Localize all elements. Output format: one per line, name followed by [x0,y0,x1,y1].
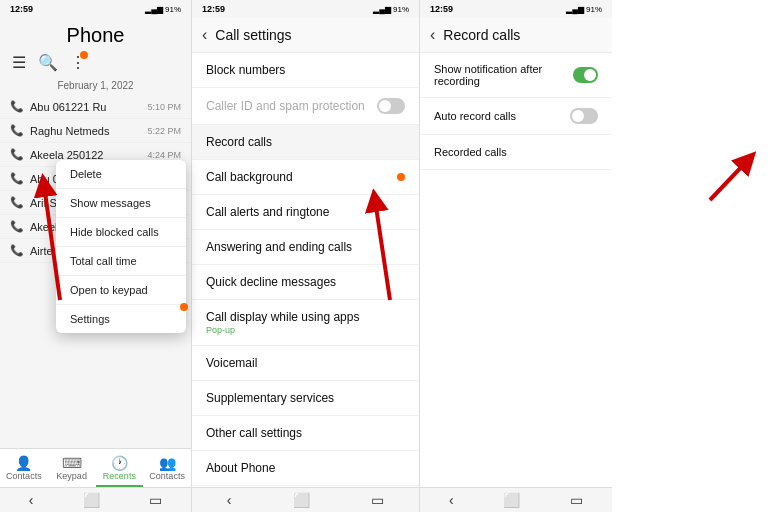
contacts2-icon: 👥 [143,455,191,471]
nav-contacts[interactable]: 👤 Contacts [0,449,48,487]
settings-supplementary[interactable]: Supplementary services [192,381,419,416]
nav-recents-label: Recents [103,471,136,481]
settings-caller-id[interactable]: Caller ID and spam protection [192,88,419,125]
call-name: Abu 061221 Ru [30,101,141,113]
menu-show-messages[interactable]: Show messages [56,189,186,218]
status-bar-1: 12:59 ▂▄▆ 91% [0,0,191,18]
back-button-2[interactable]: ‹ [202,26,207,44]
menu-icon[interactable]: ☰ [12,53,26,72]
caller-id-toggle[interactable] [377,98,405,114]
settings-quick-decline[interactable]: Quick decline messages [192,265,419,300]
phone-toolbar: ☰ 🔍 ⋮ [0,49,191,76]
recorded-calls[interactable]: Recorded calls [420,135,612,170]
caller-id-label: Caller ID and spam protection [206,99,365,113]
status-icons-3: ▂▄▆ 91% [566,5,602,14]
back-sys2-icon[interactable]: ‹ [227,492,232,508]
sys-nav-1: ‹ ⬜ ▭ [0,487,191,512]
nav-contacts2-label: Contacts [149,471,185,481]
call-background-badge [397,173,405,181]
record-calls-list: Show notification after recording Auto r… [420,53,612,487]
settings-about-phone[interactable]: About Phone [192,451,419,486]
call-icon: 📞 [10,244,24,257]
settings-call-alerts[interactable]: Call alerts and ringtone [192,195,419,230]
search-icon[interactable]: 🔍 [38,53,58,72]
settings-call-background[interactable]: Call background [192,160,419,195]
wifi-icon: 91% [165,5,181,14]
time-3: 12:59 [430,4,453,14]
status-bar-3: 12:59 ▂▄▆ 91% [420,0,612,18]
status-icons-2: ▂▄▆ 91% [373,5,409,14]
wifi2-icon: 91% [393,5,409,14]
settings-dot [180,303,188,311]
call-name: Raghu Netmeds [30,125,141,137]
recent-sys-icon[interactable]: ▭ [149,492,162,508]
nav-contacts-label: Contacts [6,471,42,481]
menu-delete[interactable]: Delete [56,160,186,189]
call-settings-panel: 12:59 ▂▄▆ 91% ‹ Call settings Block numb… [192,0,420,512]
settings-other-calls[interactable]: Other call settings [192,416,419,451]
call-background-label: Call background [206,170,293,184]
settings-block-numbers[interactable]: Block numbers [192,53,419,88]
nav-keypad[interactable]: ⌨ Keypad [48,449,96,487]
record-calls-title: Record calls [443,27,520,43]
phone-panel: 12:59 ▂▄▆ 91% Phone ☰ 🔍 ⋮ February 1, 20… [0,0,192,512]
settings-label: Settings [70,313,110,325]
settings-call-display[interactable]: Call display while using apps Pop-up [192,300,419,346]
status-bar-2: 12:59 ▂▄▆ 91% [192,0,419,18]
record-calls-panel: 12:59 ▂▄▆ 91% ‹ Record calls Show notifi… [420,0,612,512]
keypad-icon: ⌨ [48,455,96,471]
record-calls-header: ‹ Record calls [420,18,612,53]
menu-total-call-time[interactable]: Total call time [56,247,186,276]
nav-recents[interactable]: 🕐 Recents [96,449,144,487]
call-display-label: Call display while using apps [206,310,405,324]
menu-open-keypad[interactable]: Open to keypad [56,276,186,305]
back-sys-icon[interactable]: ‹ [29,492,34,508]
sys-nav-2: ‹ ⬜ ▭ [192,487,419,512]
call-icon: 📞 [10,100,24,113]
back-button-3[interactable]: ‹ [430,26,435,44]
call-item[interactable]: 📞 Raghu Netmeds 5:22 PM [0,119,191,143]
call-name: Akeela 250122 [30,149,141,161]
home-sys2-icon[interactable]: ⬜ [293,492,310,508]
signal-icon: ▂▄▆ [145,5,163,14]
auto-record-row: Auto record calls [434,108,598,124]
record-show-notification[interactable]: Show notification after recording [420,53,612,98]
bottom-nav: 👤 Contacts ⌨ Keypad 🕐 Recents 👥 Contacts [0,448,191,487]
auto-record-label: Auto record calls [434,110,516,122]
sys-nav-3: ‹ ⬜ ▭ [420,487,612,512]
call-item[interactable]: 📞 Abu 061221 Ru 5:10 PM [0,95,191,119]
svg-line-2 [710,160,748,200]
recents-icon: 🕐 [96,455,144,471]
recent-sys2-icon[interactable]: ▭ [371,492,384,508]
settings-answering[interactable]: Answering and ending calls [192,230,419,265]
contacts-icon: 👤 [0,455,48,471]
notification-dot [80,51,88,59]
call-icon: 📞 [10,172,24,185]
home-sys-icon[interactable]: ⬜ [83,492,100,508]
nav-contacts2[interactable]: 👥 Contacts [143,449,191,487]
menu-hide-blocked[interactable]: Hide blocked calls [56,218,186,247]
time-1: 12:59 [10,4,33,14]
auto-record-toggle[interactable] [570,108,598,124]
call-time: 5:10 PM [147,102,181,112]
show-notification-toggle[interactable] [573,67,598,83]
context-menu: Delete Show messages Hide blocked calls … [56,160,186,333]
call-icon: 📞 [10,124,24,137]
call-background-row: Call background [206,170,405,184]
status-icons-1: ▂▄▆ 91% [145,5,181,14]
menu-settings[interactable]: Settings [56,305,186,333]
back-sys3-icon[interactable]: ‹ [449,492,454,508]
more-menu-wrap[interactable]: ⋮ [70,53,86,72]
record-auto[interactable]: Auto record calls [420,98,612,135]
settings-voicemail[interactable]: Voicemail [192,346,419,381]
call-icon: 📞 [10,148,24,161]
settings-record-calls[interactable]: Record calls [192,125,419,160]
home-sys3-icon[interactable]: ⬜ [503,492,520,508]
call-settings-title: Call settings [215,27,291,43]
call-time: 5:22 PM [147,126,181,136]
call-time: 4:24 PM [147,150,181,160]
date-header: February 1, 2022 [0,76,191,95]
time-2: 12:59 [202,4,225,14]
signal2-icon: ▂▄▆ [373,5,391,14]
recent-sys3-icon[interactable]: ▭ [570,492,583,508]
